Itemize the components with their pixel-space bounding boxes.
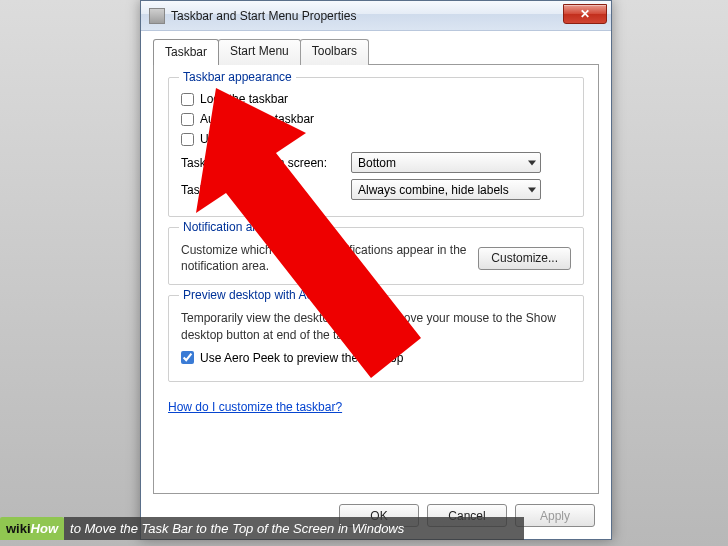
group-taskbar-appearance: Taskbar appearance Lock the taskbar Auto… <box>168 77 584 217</box>
label-aero-peek: Use Aero Peek to preview the desktop <box>200 351 403 365</box>
caption-text: to Move the Task Bar to the Top of the S… <box>64 517 524 540</box>
notification-description: Customize which icons and notifications … <box>181 242 470 274</box>
group-legend-aero: Preview desktop with Aero Peek <box>179 288 358 302</box>
row-lock-taskbar: Lock the taskbar <box>181 92 571 106</box>
label-taskbar-location: Taskbar location on screen: <box>181 156 351 170</box>
label-lock-taskbar: Lock the taskbar <box>200 92 288 106</box>
checkbox-small-icons[interactable] <box>181 133 194 146</box>
tab-panel-taskbar: Taskbar appearance Lock the taskbar Auto… <box>153 64 599 494</box>
properties-dialog: Taskbar and Start Menu Properties ✕ Task… <box>140 0 612 540</box>
chevron-down-icon <box>528 160 536 165</box>
row-taskbar-buttons: Taskbar buttons: Always combine, hide la… <box>181 179 571 200</box>
group-legend-notification: Notification area <box>179 220 274 234</box>
combo-taskbar-location-value: Bottom <box>358 156 396 170</box>
client-area: Taskbar Start Menu Toolbars Taskbar appe… <box>141 31 611 539</box>
help-link[interactable]: How do I customize the taskbar? <box>168 400 342 414</box>
tabstrip: Taskbar Start Menu Toolbars <box>153 39 599 65</box>
row-taskbar-location: Taskbar location on screen: Bottom <box>181 152 571 173</box>
chevron-down-icon <box>528 187 536 192</box>
label-autohide: Auto-hide the taskbar <box>200 112 314 126</box>
tab-taskbar[interactable]: Taskbar <box>153 39 219 65</box>
caption-strip: wikiHow to Move the Task Bar to the Top … <box>0 517 524 540</box>
checkbox-lock-taskbar[interactable] <box>181 93 194 106</box>
row-aero-peek: Use Aero Peek to preview the desktop <box>181 351 571 365</box>
label-taskbar-buttons: Taskbar buttons: <box>181 183 351 197</box>
brand-badge: wikiHow <box>0 517 64 540</box>
checkbox-autohide[interactable] <box>181 113 194 126</box>
window-title: Taskbar and Start Menu Properties <box>171 9 356 23</box>
label-small-icons: Use small icons <box>200 132 284 146</box>
combo-taskbar-location[interactable]: Bottom <box>351 152 541 173</box>
close-button[interactable]: ✕ <box>563 4 607 24</box>
row-autohide: Auto-hide the taskbar <box>181 112 571 126</box>
combo-taskbar-buttons-value: Always combine, hide labels <box>358 183 509 197</box>
titlebar[interactable]: Taskbar and Start Menu Properties ✕ <box>141 1 611 31</box>
combo-taskbar-buttons[interactable]: Always combine, hide labels <box>351 179 541 200</box>
group-legend-appearance: Taskbar appearance <box>179 70 296 84</box>
row-small-icons: Use small icons <box>181 132 571 146</box>
tab-toolbars[interactable]: Toolbars <box>300 39 369 65</box>
checkbox-aero-peek[interactable] <box>181 351 194 364</box>
apply-button[interactable]: Apply <box>515 504 595 527</box>
brand-how: How <box>31 521 58 536</box>
aero-description: Temporarily view the desktop when you mo… <box>181 310 571 342</box>
tab-start-menu[interactable]: Start Menu <box>218 39 301 65</box>
app-icon <box>149 8 165 24</box>
group-notification-area: Notification area Customize which icons … <box>168 227 584 285</box>
group-aero-peek: Preview desktop with Aero Peek Temporari… <box>168 295 584 381</box>
brand-wiki: wiki <box>6 521 31 536</box>
customize-button[interactable]: Customize... <box>478 247 571 270</box>
